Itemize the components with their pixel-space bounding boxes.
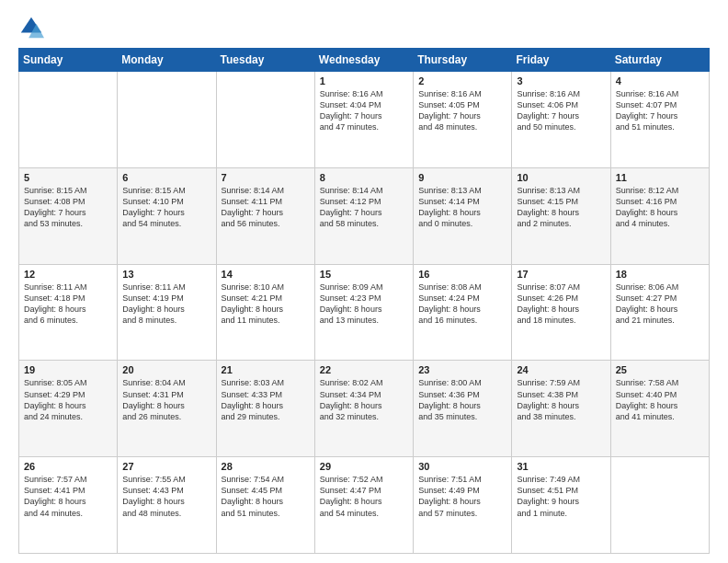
day-header-tuesday: Tuesday: [216, 49, 314, 72]
day-number: 31: [517, 461, 605, 472]
day-info: Sunrise: 8:11 AM Sunset: 4:18 PM Dayligh…: [24, 282, 112, 327]
day-cell: 25Sunrise: 7:58 AM Sunset: 4:40 PM Dayli…: [610, 361, 709, 457]
day-cell: 19Sunrise: 8:05 AM Sunset: 4:29 PM Dayli…: [19, 361, 118, 457]
day-info: Sunrise: 8:14 AM Sunset: 4:11 PM Dayligh…: [222, 185, 310, 230]
day-cell: 8Sunrise: 8:14 AM Sunset: 4:12 PM Daylig…: [314, 167, 413, 264]
day-cell: 23Sunrise: 8:00 AM Sunset: 4:36 PM Dayli…: [414, 361, 512, 457]
week-row-3: 19Sunrise: 8:05 AM Sunset: 4:29 PM Dayli…: [19, 361, 710, 457]
day-info: Sunrise: 8:00 AM Sunset: 4:36 PM Dayligh…: [418, 377, 506, 422]
week-row-2: 12Sunrise: 8:11 AM Sunset: 4:18 PM Dayli…: [19, 264, 710, 361]
day-header-thursday: Thursday: [414, 49, 512, 72]
day-number: 3: [517, 75, 605, 86]
day-number: 24: [517, 364, 605, 375]
day-info: Sunrise: 8:07 AM Sunset: 4:26 PM Dayligh…: [517, 282, 605, 327]
day-number: 26: [24, 461, 112, 472]
day-number: 27: [122, 461, 210, 472]
day-number: 4: [616, 75, 704, 86]
day-info: Sunrise: 8:03 AM Sunset: 4:33 PM Dayligh…: [222, 377, 310, 422]
day-number: 23: [418, 364, 506, 375]
day-cell: 20Sunrise: 8:04 AM Sunset: 4:31 PM Dayli…: [118, 361, 216, 457]
day-number: 8: [320, 172, 408, 183]
day-cell: 2Sunrise: 8:16 AM Sunset: 4:05 PM Daylig…: [414, 72, 512, 168]
day-info: Sunrise: 8:16 AM Sunset: 4:07 PM Dayligh…: [616, 88, 704, 133]
days-header-row: SundayMondayTuesdayWednesdayThursdayFrid…: [19, 49, 710, 72]
day-info: Sunrise: 7:57 AM Sunset: 4:41 PM Dayligh…: [24, 474, 112, 519]
day-cell: 28Sunrise: 7:54 AM Sunset: 4:45 PM Dayli…: [216, 457, 314, 554]
day-info: Sunrise: 8:12 AM Sunset: 4:16 PM Dayligh…: [616, 185, 704, 230]
day-number: 16: [418, 269, 506, 280]
day-header-wednesday: Wednesday: [314, 49, 413, 72]
day-cell: 15Sunrise: 8:09 AM Sunset: 4:23 PM Dayli…: [314, 264, 413, 361]
day-number: 1: [320, 75, 408, 86]
header: [18, 15, 710, 40]
day-info: Sunrise: 8:11 AM Sunset: 4:19 PM Dayligh…: [122, 282, 210, 327]
day-info: Sunrise: 8:02 AM Sunset: 4:34 PM Dayligh…: [320, 377, 408, 422]
day-info: Sunrise: 8:16 AM Sunset: 4:04 PM Dayligh…: [320, 88, 408, 133]
day-cell: 5Sunrise: 8:15 AM Sunset: 4:08 PM Daylig…: [19, 167, 118, 264]
day-cell: 29Sunrise: 7:52 AM Sunset: 4:47 PM Dayli…: [314, 457, 413, 554]
day-number: 25: [616, 364, 704, 375]
logo: [18, 15, 48, 40]
week-row-0: 1Sunrise: 8:16 AM Sunset: 4:04 PM Daylig…: [19, 72, 710, 168]
calendar: SundayMondayTuesdayWednesdayThursdayFrid…: [18, 48, 710, 554]
day-cell: 1Sunrise: 8:16 AM Sunset: 4:04 PM Daylig…: [314, 72, 413, 168]
day-number: 28: [222, 461, 310, 472]
day-info: Sunrise: 8:15 AM Sunset: 4:10 PM Dayligh…: [122, 185, 210, 230]
day-cell: 12Sunrise: 8:11 AM Sunset: 4:18 PM Dayli…: [19, 264, 118, 361]
day-number: 17: [517, 269, 605, 280]
day-number: 7: [222, 172, 310, 183]
day-header-friday: Friday: [512, 49, 610, 72]
day-info: Sunrise: 7:59 AM Sunset: 4:38 PM Dayligh…: [517, 377, 605, 422]
day-cell: 24Sunrise: 7:59 AM Sunset: 4:38 PM Dayli…: [512, 361, 610, 457]
day-number: 14: [222, 269, 310, 280]
day-info: Sunrise: 7:54 AM Sunset: 4:45 PM Dayligh…: [222, 474, 310, 519]
day-cell: 14Sunrise: 8:10 AM Sunset: 4:21 PM Dayli…: [216, 264, 314, 361]
day-info: Sunrise: 7:58 AM Sunset: 4:40 PM Dayligh…: [616, 377, 704, 422]
day-cell: 22Sunrise: 8:02 AM Sunset: 4:34 PM Dayli…: [314, 361, 413, 457]
week-row-1: 5Sunrise: 8:15 AM Sunset: 4:08 PM Daylig…: [19, 167, 710, 264]
day-number: 20: [122, 364, 210, 375]
day-info: Sunrise: 8:09 AM Sunset: 4:23 PM Dayligh…: [320, 282, 408, 327]
day-info: Sunrise: 8:14 AM Sunset: 4:12 PM Dayligh…: [320, 185, 408, 230]
day-cell: 10Sunrise: 8:13 AM Sunset: 4:15 PM Dayli…: [512, 167, 610, 264]
logo-icon: [18, 15, 44, 40]
day-number: 15: [320, 269, 408, 280]
day-cell: [19, 72, 118, 168]
day-cell: [118, 72, 216, 168]
page: SundayMondayTuesdayWednesdayThursdayFrid…: [0, 0, 728, 563]
day-number: 21: [222, 364, 310, 375]
day-cell: 31Sunrise: 7:49 AM Sunset: 4:51 PM Dayli…: [512, 457, 610, 554]
day-number: 2: [418, 75, 506, 86]
day-number: 13: [122, 269, 210, 280]
day-number: 18: [616, 269, 704, 280]
calendar-header: SundayMondayTuesdayWednesdayThursdayFrid…: [19, 49, 710, 72]
day-info: Sunrise: 8:08 AM Sunset: 4:24 PM Dayligh…: [418, 282, 506, 327]
day-cell: 21Sunrise: 8:03 AM Sunset: 4:33 PM Dayli…: [216, 361, 314, 457]
day-number: 9: [418, 172, 506, 183]
day-cell: 18Sunrise: 8:06 AM Sunset: 4:27 PM Dayli…: [610, 264, 709, 361]
day-number: 10: [517, 172, 605, 183]
day-header-saturday: Saturday: [610, 49, 709, 72]
day-number: 29: [320, 461, 408, 472]
day-number: 6: [122, 172, 210, 183]
day-info: Sunrise: 7:55 AM Sunset: 4:43 PM Dayligh…: [122, 474, 210, 519]
day-cell: 17Sunrise: 8:07 AM Sunset: 4:26 PM Dayli…: [512, 264, 610, 361]
day-info: Sunrise: 8:04 AM Sunset: 4:31 PM Dayligh…: [122, 377, 210, 422]
day-cell: [216, 72, 314, 168]
day-cell: 6Sunrise: 8:15 AM Sunset: 4:10 PM Daylig…: [118, 167, 216, 264]
day-number: 11: [616, 172, 704, 183]
day-cell: 4Sunrise: 8:16 AM Sunset: 4:07 PM Daylig…: [610, 72, 709, 168]
day-info: Sunrise: 8:13 AM Sunset: 4:14 PM Dayligh…: [418, 185, 506, 230]
day-info: Sunrise: 8:16 AM Sunset: 4:06 PM Dayligh…: [517, 88, 605, 133]
day-number: 5: [24, 172, 112, 183]
day-info: Sunrise: 7:51 AM Sunset: 4:49 PM Dayligh…: [418, 474, 506, 519]
week-row-4: 26Sunrise: 7:57 AM Sunset: 4:41 PM Dayli…: [19, 457, 710, 554]
day-info: Sunrise: 8:06 AM Sunset: 4:27 PM Dayligh…: [616, 282, 704, 327]
calendar-body: 1Sunrise: 8:16 AM Sunset: 4:04 PM Daylig…: [19, 72, 710, 554]
day-cell: 11Sunrise: 8:12 AM Sunset: 4:16 PM Dayli…: [610, 167, 709, 264]
day-info: Sunrise: 8:10 AM Sunset: 4:21 PM Dayligh…: [222, 282, 310, 327]
day-info: Sunrise: 7:49 AM Sunset: 4:51 PM Dayligh…: [517, 474, 605, 519]
day-cell: 30Sunrise: 7:51 AM Sunset: 4:49 PM Dayli…: [414, 457, 512, 554]
day-cell: 27Sunrise: 7:55 AM Sunset: 4:43 PM Dayli…: [118, 457, 216, 554]
day-info: Sunrise: 8:15 AM Sunset: 4:08 PM Dayligh…: [24, 185, 112, 230]
